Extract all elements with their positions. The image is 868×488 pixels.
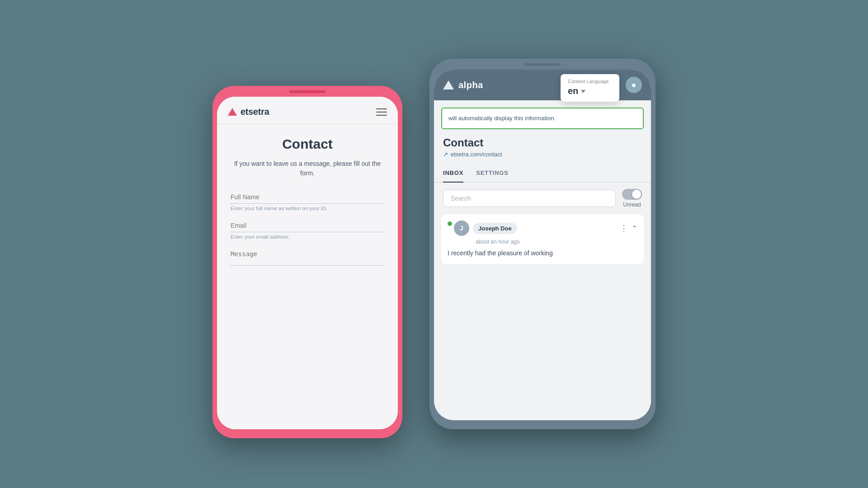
grey-notch xyxy=(524,63,561,66)
grey-app-name: alpha xyxy=(458,80,483,90)
message-field xyxy=(230,248,385,267)
content-language-label: Content Language xyxy=(568,79,612,84)
grey-header: alpha Content Language en ● xyxy=(434,70,651,100)
pink-content: Contact If you want to leave us a messag… xyxy=(217,124,398,429)
message-time: about an hour ago xyxy=(476,239,637,245)
external-link-icon: ↗ xyxy=(443,151,448,158)
toggle-track xyxy=(622,189,642,200)
grey-logo-area: alpha xyxy=(443,80,483,90)
email-field: Enter your email address. xyxy=(230,219,385,239)
pink-notch xyxy=(289,90,326,93)
email-input[interactable] xyxy=(230,219,385,232)
fullname-hint: Enter your full name as written on your … xyxy=(230,206,385,211)
grey-triangle-icon xyxy=(443,80,454,89)
fullname-input[interactable] xyxy=(230,191,385,204)
scene: alpha Content Language en ● will automat… xyxy=(212,59,656,429)
tabs-bar: INBOX SETTINGS xyxy=(434,164,651,183)
sender-area: J Joseph Doe xyxy=(448,221,517,236)
more-options-icon[interactable]: ⋮ xyxy=(620,223,628,233)
chevron-up-icon[interactable]: ⌃ xyxy=(632,224,637,233)
pink-triangle-icon xyxy=(228,108,237,116)
pink-logo: etsetra xyxy=(228,107,269,117)
inbox-tab-label: INBOX xyxy=(443,169,463,176)
fullname-field: Enter your full name as written on your … xyxy=(230,191,385,211)
pink-header: etsetra xyxy=(217,97,398,124)
tab-settings[interactable]: SETTINGS xyxy=(476,164,508,183)
hamburger-menu-icon[interactable] xyxy=(376,108,387,116)
language-code: en xyxy=(568,86,578,96)
tab-inbox[interactable]: INBOX xyxy=(443,164,463,183)
pink-subtitle: If you want to leave us a message, pleas… xyxy=(230,159,385,178)
dropdown-arrow-icon xyxy=(581,90,585,93)
search-placeholder: Search xyxy=(451,195,471,202)
settings-tab-label: SETTINGS xyxy=(476,169,508,176)
sender-name: Joseph Doe xyxy=(478,225,512,232)
sender-avatar: J xyxy=(454,221,469,236)
online-indicator xyxy=(448,221,452,226)
message-input[interactable] xyxy=(230,248,385,266)
message-actions: ⋮ ⌃ xyxy=(620,223,637,233)
grey-content: will automatically display this informat… xyxy=(434,100,651,420)
sender-initial: J xyxy=(460,225,463,232)
search-input[interactable]: Search xyxy=(443,190,616,207)
grey-screen: alpha Content Language en ● will automat… xyxy=(434,70,651,420)
phone-grey: alpha Content Language en ● will automat… xyxy=(429,59,656,429)
unread-label: Unread xyxy=(623,202,641,208)
search-area: Search Unread xyxy=(434,183,651,214)
info-box: will automatically display this informat… xyxy=(441,108,644,129)
pink-page-title: Contact xyxy=(230,136,385,152)
content-language-value: en xyxy=(568,86,612,96)
content-language-dropdown[interactable]: Content Language en xyxy=(561,74,619,102)
sender-name-badge: Joseph Doe xyxy=(473,223,517,234)
messages-list: J Joseph Doe ⋮ ⌃ about an hou xyxy=(434,214,651,420)
email-hint: Enter your email address. xyxy=(230,234,385,239)
contact-title: Contact xyxy=(443,136,642,149)
pink-app-name: etsetra xyxy=(241,107,269,117)
url-text: etsetra.com/contact xyxy=(451,151,502,158)
contact-url[interactable]: ↗ etsetra.com/contact xyxy=(443,151,642,158)
message-preview: I recently had the pleasure of working xyxy=(448,249,637,258)
contact-section: Contact ↗ etsetra.com/contact xyxy=(434,129,651,164)
message-item: J Joseph Doe ⋮ ⌃ about an hou xyxy=(441,214,644,264)
message-header: J Joseph Doe ⋮ ⌃ xyxy=(448,221,637,236)
info-box-text: will automatically display this informat… xyxy=(448,115,556,122)
pink-screen: etsetra Contact If you want to leave us … xyxy=(217,97,398,429)
toggle-thumb xyxy=(632,190,641,199)
phone-pink: etsetra Contact If you want to leave us … xyxy=(212,86,402,438)
user-avatar[interactable]: ● xyxy=(626,77,642,93)
unread-toggle[interactable]: Unread xyxy=(622,189,642,208)
